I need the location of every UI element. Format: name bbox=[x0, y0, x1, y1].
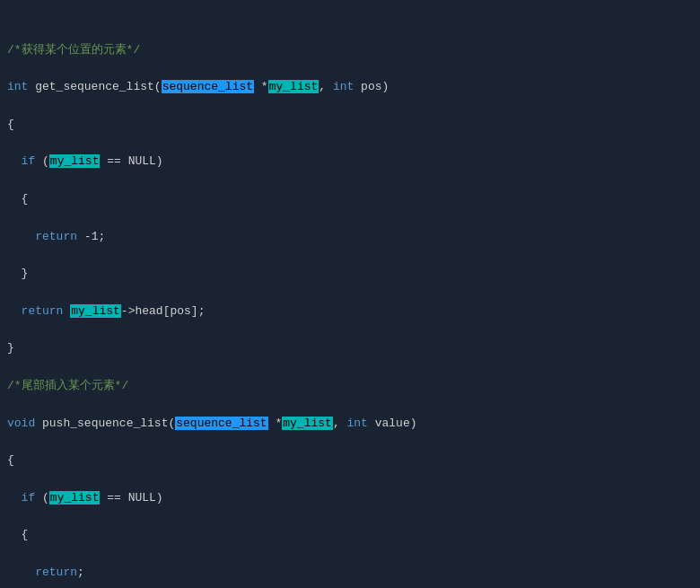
line-9: } bbox=[0, 339, 700, 358]
line-14: { bbox=[0, 526, 700, 545]
highlight-sequence-list-2: sequence_list bbox=[175, 417, 267, 430]
highlight-sequence-list-1: sequence_list bbox=[162, 80, 254, 93]
line-3: { bbox=[0, 116, 700, 135]
line-13: if (my_list == NULL) bbox=[0, 489, 700, 508]
highlight-my-list-4: my_list bbox=[282, 417, 333, 430]
type-int: int bbox=[7, 80, 28, 93]
line-1: /*获得某个位置的元素*/ bbox=[0, 41, 700, 60]
line-7: } bbox=[0, 265, 700, 284]
line-10: /*尾部插入某个元素*/ bbox=[0, 377, 700, 396]
line-15: return; bbox=[0, 564, 700, 583]
line-12: { bbox=[0, 452, 700, 470]
line-8: return my_list->head[pos]; bbox=[0, 303, 700, 321]
comment: /*获得某个位置的元素*/ bbox=[7, 43, 140, 57]
line-11: void push_sequence_list(sequence_list *m… bbox=[0, 415, 700, 434]
line-2: int get_sequence_list(sequence_list *my_… bbox=[0, 78, 700, 97]
line-4: if (my_list == NULL) bbox=[0, 153, 700, 171]
highlight-my-list-1: my_list bbox=[268, 80, 319, 93]
line-6: return -1; bbox=[0, 228, 700, 247]
highlight-my-list-5: my_list bbox=[49, 491, 101, 505]
highlight-my-list-2: my_list bbox=[49, 154, 101, 168]
highlight-my-list-3: my_list bbox=[70, 304, 121, 318]
line-5: { bbox=[0, 190, 700, 209]
code-editor: /*获得某个位置的元素*/ int get_sequence_list(sequ… bbox=[0, 0, 700, 588]
